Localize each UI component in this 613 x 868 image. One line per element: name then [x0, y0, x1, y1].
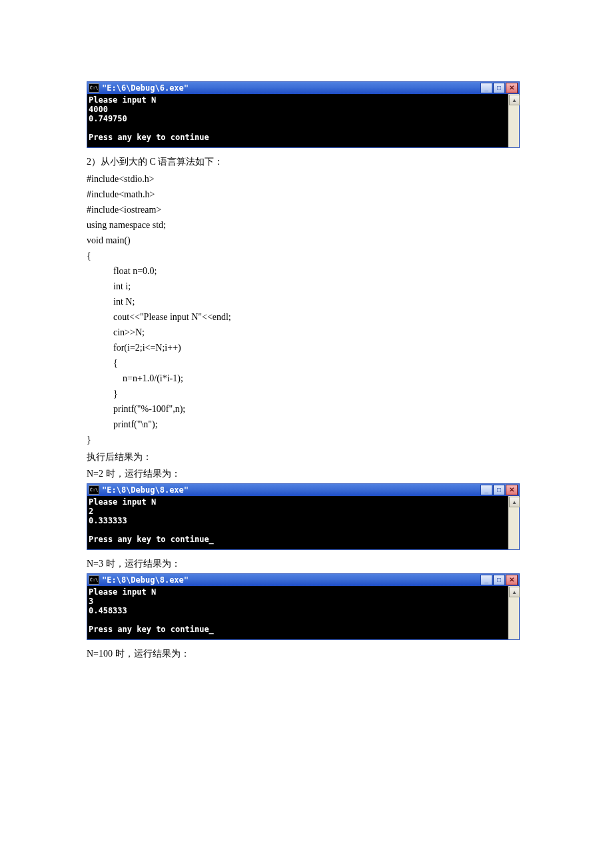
minimize-button[interactable]: _ — [480, 485, 492, 495]
scrollbar[interactable]: ▲ — [508, 496, 519, 549]
maximize-button[interactable]: □ — [493, 485, 505, 495]
close-button[interactable]: ✕ — [506, 575, 518, 585]
minimize-button[interactable]: _ — [480, 83, 492, 93]
scroll-up-button[interactable]: ▲ — [509, 95, 520, 105]
cmd-icon — [89, 485, 99, 495]
window-title: "E:\8\Debug\8.exe" — [102, 575, 189, 585]
console-window-3: "E:\8\Debug\8.exe" _ □ ✕ Please input N … — [87, 573, 520, 640]
code-line: cin>>N; — [87, 325, 526, 340]
result-heading: 执行后结果为： — [87, 450, 526, 464]
code-line: } — [87, 386, 526, 401]
code-line: #include<iostream> — [87, 202, 526, 217]
maximize-button[interactable]: □ — [493, 575, 505, 585]
n3-caption: N=3 时，运行结果为： — [87, 557, 526, 571]
scroll-up-button[interactable]: ▲ — [509, 587, 520, 597]
cmd-icon — [89, 575, 99, 585]
code-line: #include<math.h> — [87, 187, 526, 202]
code-line: cout<<"Please input N"<<endl; — [87, 309, 526, 325]
console-window-2: "E:\8\Debug\8.exe" _ □ ✕ Please input N … — [87, 483, 520, 550]
close-button[interactable]: ✕ — [506, 83, 518, 93]
code-line: void main() — [87, 233, 526, 248]
algo-heading: 2）从小到大的 C 语言算法如下： — [87, 155, 526, 169]
code-line: } — [87, 432, 526, 447]
code-line: int i; — [87, 279, 526, 294]
cmd-icon — [89, 83, 99, 93]
n2-caption: N=2 时，运行结果为： — [87, 467, 526, 481]
code-line: { — [87, 248, 526, 263]
scrollbar[interactable]: ▲ — [508, 586, 519, 639]
scroll-up-button[interactable]: ▲ — [509, 497, 520, 507]
console-output: Please input N 2 0.333333 Press any key … — [87, 496, 508, 549]
code-line: printf("%-100f",n); — [87, 401, 526, 417]
code-line: int N; — [87, 294, 526, 309]
code-line: printf("\n"); — [87, 417, 526, 432]
console-output: Please input N 4000 0.749750 Press any k… — [87, 94, 508, 147]
titlebar: "E:\8\Debug\8.exe" _ □ ✕ — [87, 484, 519, 496]
window-title: "E:\6\Debug\6.exe" — [102, 83, 189, 93]
n100-caption: N=100 时，运行结果为： — [87, 647, 526, 661]
close-button[interactable]: ✕ — [506, 485, 518, 495]
code-line: n=n+1.0/(i*i-1); — [87, 371, 526, 386]
titlebar: "E:\6\Debug\6.exe" _ □ ✕ — [87, 82, 519, 94]
maximize-button[interactable]: □ — [493, 83, 505, 93]
console-output: Please input N 3 0.458333 Press any key … — [87, 586, 508, 639]
code-line: float n=0.0; — [87, 263, 526, 279]
code-line: #include<stdio.h> — [87, 171, 526, 187]
code-line: using namespace std; — [87, 217, 526, 233]
titlebar: "E:\8\Debug\8.exe" _ □ ✕ — [87, 574, 519, 586]
console-window-1: "E:\6\Debug\6.exe" _ □ ✕ Please input N … — [87, 81, 520, 148]
scrollbar[interactable]: ▲ — [508, 94, 519, 147]
window-title: "E:\8\Debug\8.exe" — [102, 485, 189, 495]
code-line: { — [87, 355, 526, 371]
code-line: for(i=2;i<=N;i++) — [87, 340, 526, 355]
minimize-button[interactable]: _ — [480, 575, 492, 585]
